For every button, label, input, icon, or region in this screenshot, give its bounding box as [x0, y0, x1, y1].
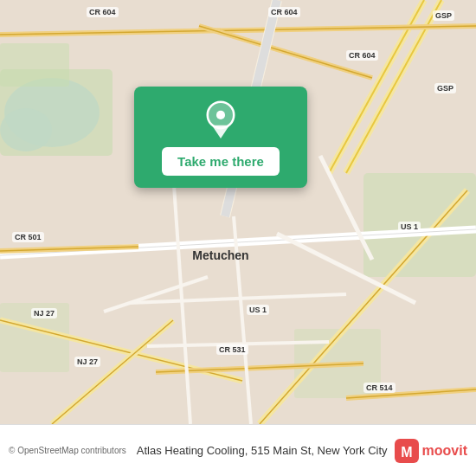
road-label-us1-br: US 1 — [247, 305, 269, 315]
moovit-logo-icon: M — [395, 439, 419, 463]
svg-point-42 — [216, 111, 225, 119]
road-label-cr604-r: CR 604 — [346, 50, 378, 61]
bottom-bar: © OpenStreetMap contributors Atlas Heati… — [0, 424, 476, 476]
road-label-nj27-b: NJ 27 — [74, 357, 100, 367]
location-card: Take me there — [134, 87, 307, 188]
road-label-nj27-l: NJ 27 — [31, 308, 57, 318]
road-label-gsp-r: GSP — [434, 83, 456, 93]
address-text: Atlas Heating Cooling, 515 Main St, New … — [137, 444, 395, 457]
svg-rect-4 — [0, 43, 69, 87]
moovit-text: moovit — [422, 443, 467, 459]
svg-text:M: M — [401, 445, 412, 460]
map-svg: Metuchen — [0, 0, 476, 424]
road-label-cr604-tr: CR 604 — [268, 7, 300, 17]
svg-text:Metuchen: Metuchen — [192, 248, 248, 262]
road-label-gsp-tr: GSP — [433, 10, 454, 21]
road-label-cr514: CR 514 — [363, 383, 396, 393]
road-label-cr604-tl: CR 604 — [87, 7, 119, 17]
road-label-cr531: CR 531 — [216, 344, 248, 355]
take-me-there-button[interactable]: Take me there — [162, 147, 280, 176]
location-pin-icon — [202, 100, 240, 138]
map-container: Metuchen CR 604 CR 604 CR 604 GSP GSP US… — [0, 0, 476, 424]
moovit-logo: M moovit — [395, 439, 467, 463]
svg-marker-43 — [212, 125, 229, 138]
road-label-cr501: CR 501 — [12, 232, 44, 242]
road-label-us1-r: US 1 — [398, 222, 421, 232]
osm-credit: © OpenStreetMap contributors — [9, 446, 126, 455]
